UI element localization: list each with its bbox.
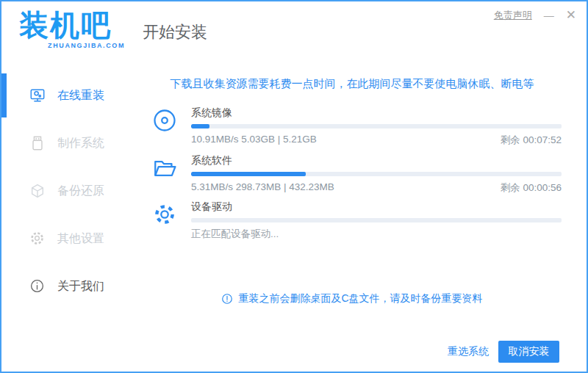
active-indicator bbox=[1, 73, 7, 117]
exclamation-circle-icon bbox=[221, 293, 233, 305]
task-status-text: 正在匹配设备驱动... bbox=[191, 228, 562, 241]
app-window: 装机吧 ZHUANGJIBA.COM 开始安装 免责声明 — ✕ 在线重装 bbox=[0, 0, 588, 373]
reselect-system-button[interactable]: 重选系统 bbox=[448, 345, 489, 358]
warning-banner: 下载且收集资源需要耗费一点时间，在此期间尽量不要使电脑休眠、断电等 bbox=[140, 77, 564, 91]
progress-bar bbox=[191, 172, 562, 176]
task-name: 系统软件 bbox=[191, 154, 562, 167]
backup-restore-icon bbox=[29, 183, 46, 199]
usb-make-system-icon bbox=[29, 135, 46, 151]
app-logo-text: 装机吧 bbox=[19, 7, 125, 43]
sidebar-item-about-us[interactable]: 关于我们 bbox=[1, 263, 140, 310]
disclaimer-link[interactable]: 免责声明 bbox=[494, 9, 532, 22]
sidebar-item-label: 关于我们 bbox=[57, 263, 104, 310]
cancel-install-button[interactable]: 取消安装 bbox=[498, 341, 559, 363]
task-time-remaining: 剩余 00:07:52 bbox=[501, 134, 562, 147]
task-download-stats: 10.91MB/s 5.03GB | 5.21GB bbox=[191, 134, 317, 147]
task-row-device-driver: 设备驱动 正在匹配设备驱动... bbox=[152, 200, 562, 241]
other-settings-gear-icon bbox=[29, 231, 46, 247]
sidebar-item-other-settings[interactable]: 其他设置 bbox=[1, 215, 140, 262]
sidebar-item-label: 在线重装 bbox=[57, 72, 104, 119]
task-download-stats: 5.31MB/s 298.73MB | 432.23MB bbox=[191, 181, 334, 195]
online-reinstall-icon bbox=[29, 87, 46, 104]
progress-bar bbox=[191, 218, 562, 222]
app-logo-domain: ZHUANGJIBA.COM bbox=[19, 42, 125, 49]
driver-gear-icon bbox=[152, 202, 177, 230]
open-folder-icon bbox=[152, 156, 177, 184]
sidebar-item-label: 备份还原 bbox=[57, 167, 104, 214]
titlebar-actions: 免责声明 — ✕ bbox=[494, 9, 576, 22]
sidebar-item-make-system[interactable]: 制作系统 bbox=[1, 120, 140, 167]
sidebar-item-label: 其他设置 bbox=[57, 215, 104, 262]
progress-bar-fill bbox=[191, 172, 306, 176]
app-logo: 装机吧 ZHUANGJIBA.COM bbox=[19, 7, 125, 49]
sidebar-item-online-reinstall[interactable]: 在线重装 bbox=[1, 72, 140, 119]
sidebar-item-backup-restore[interactable]: 备份还原 bbox=[1, 167, 140, 214]
backup-reminder-note: 重装之前会删除桌面及C盘文件，请及时备份重要资料 bbox=[140, 292, 564, 305]
progress-bar-fill bbox=[191, 124, 209, 128]
task-name: 系统镜像 bbox=[191, 106, 562, 120]
minimize-icon[interactable]: — bbox=[544, 10, 554, 21]
progress-bar bbox=[191, 124, 562, 128]
task-time-remaining: 剩余 00:00:56 bbox=[501, 181, 562, 195]
about-info-icon bbox=[29, 278, 46, 294]
sidebar-item-label: 制作系统 bbox=[57, 120, 104, 167]
task-row-system-image: 系统镜像 10.91MB/s 5.03GB | 5.21GB 剩余 00:07:… bbox=[152, 106, 562, 147]
disc-icon bbox=[152, 108, 177, 136]
task-name: 设备驱动 bbox=[191, 200, 562, 214]
task-row-system-software: 系统软件 5.31MB/s 298.73MB | 432.23MB 剩余 00:… bbox=[152, 154, 562, 195]
close-icon[interactable]: ✕ bbox=[566, 10, 576, 21]
backup-reminder-text: 重装之前会删除桌面及C盘文件，请及时备份重要资料 bbox=[238, 292, 482, 305]
page-title: 开始安装 bbox=[143, 21, 207, 43]
